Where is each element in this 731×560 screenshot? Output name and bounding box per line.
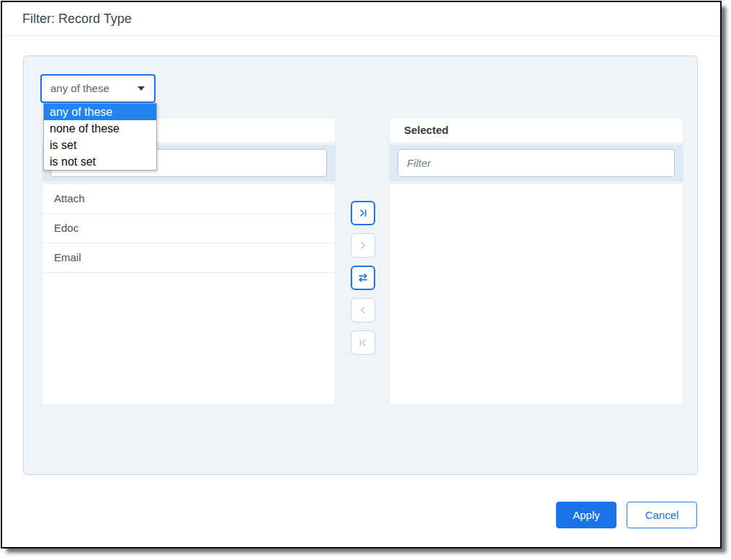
condition-dropdown[interactable]: any of these [40,74,156,103]
menu-item-is-set[interactable]: is set [44,137,156,153]
move-right-button[interactable] [351,233,375,258]
list-item[interactable]: Edoc [42,214,335,243]
chevron-left-icon [357,304,369,316]
chevron-left-to-bar-icon [357,337,369,348]
chevron-right-to-bar-icon [357,207,369,219]
condition-dropdown-menu: any of these none of these is set is not… [43,103,157,171]
swap-arrows-icon [357,272,369,284]
list-item[interactable]: Attach [42,184,335,214]
filter-dialog: Filter: Record Type any of these any of … [1,1,722,548]
dialog-title: Filter: Record Type [22,2,132,36]
chevron-right-icon [357,240,369,251]
chevron-down-icon [138,86,145,91]
move-all-left-button[interactable] [351,330,375,355]
cancel-button[interactable]: Cancel [627,502,697,528]
selected-panel-title: Selected [404,118,449,143]
list-item[interactable]: Email [42,243,335,273]
swap-button[interactable] [351,266,375,290]
menu-item-any-of-these[interactable]: any of these [44,104,156,120]
selected-filter-input[interactable] [398,149,675,177]
available-list: Attach Edoc Email [42,184,336,405]
move-left-button[interactable] [351,298,375,322]
selected-filter-strip [389,145,683,181]
apply-button[interactable]: Apply [556,502,616,528]
dialog-header: Filter: Record Type [2,2,720,36]
move-all-right-button[interactable] [351,201,375,225]
menu-item-none-of-these[interactable]: none of these [44,120,156,137]
selected-panel-header: Selected [389,117,683,143]
condition-dropdown-value: any of these [50,76,109,101]
selected-list [389,184,683,405]
filter-body-panel: any of these any of these none of these … [23,55,698,475]
menu-item-is-not-set[interactable]: is not set [44,153,156,170]
